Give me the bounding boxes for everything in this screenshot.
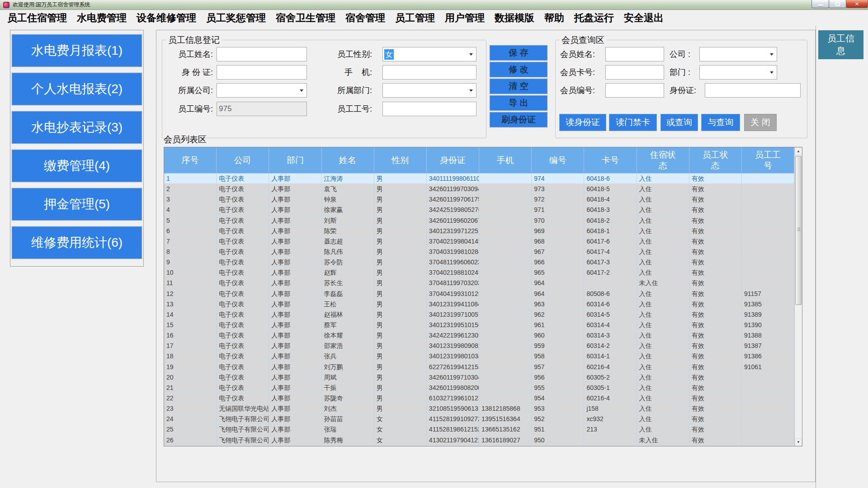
maximize-button[interactable] [829,0,846,8]
read-id-card-button[interactable]: 读身份证 [559,114,606,131]
table-row[interactable]: 19电子仪表人事部刘万鹏男6227261994121530...95760216… [164,362,794,372]
table-row[interactable]: 9电子仪表人事部苏令防男3704811996060238...96660417-… [164,257,794,267]
table-cell: 周斌 [322,372,374,382]
table-row[interactable]: 25飞翎电子有限公司人事部张瑞女4115281986121529...13665… [164,424,794,435]
table-cell: 91388 [742,330,794,340]
minimize-button[interactable] [811,0,829,8]
read-door-card-button[interactable]: 读门禁卡 [609,114,657,131]
column-header-10[interactable]: 住宿状 态 [637,147,689,174]
employee-info-button[interactable]: 员工信息 [818,30,863,59]
table-row[interactable]: 12电子仪表人事部李磊磊男3704041993101250...96480508… [164,289,794,299]
table-row[interactable]: 14电子仪表人事部赵福林男3401231997100572...96260314… [164,310,794,320]
table-row[interactable]: 20电子仪表人事部周斌男3426011997103040...95660305-… [164,372,794,383]
table-row[interactable]: 4电子仪表人事部徐家赢男3424251998052705...97160418-… [164,205,794,215]
member-name-input[interactable] [605,47,664,61]
table-row[interactable]: 8电子仪表人事部陈凡伟男3704031998102841...96760417-… [164,247,794,257]
column-header-2[interactable]: 公司 [217,147,269,174]
table-row[interactable]: 21电子仪表人事部干振男3426011998082002...95560305-… [164,383,794,393]
employee-company-select[interactable] [217,83,307,98]
table-cell: 电子仪表 [217,247,269,257]
table-cell: 男 [374,205,427,215]
sidebar-button-2[interactable]: 个人水电报表(2) [12,73,142,105]
table-row[interactable]: 24飞翎电子有限公司人事部孙苗苗女4115281991092729...1395… [164,414,794,424]
employee-gender-select[interactable]: 女 [382,47,476,61]
sidebar-button-3[interactable]: 水电抄表记录(3) [12,111,142,144]
table-cell: 入住 [637,267,689,277]
scrollbar-thumb[interactable] [795,156,802,305]
scan-id-card-button[interactable]: 刷身份证 [490,112,547,127]
employee-workno-input[interactable] [382,102,476,116]
column-header-11[interactable]: 员工状 态 [689,147,742,174]
employee-id-input[interactable] [217,65,307,80]
table-cell: 964 [532,278,584,288]
table-cell: 男 [374,330,427,340]
menu-item-5[interactable]: 宿舍卫生管理 [271,10,340,26]
table-row[interactable]: 5电子仪表人事部刘斯男3426011996020671...97060418-2… [164,216,794,226]
table-row[interactable]: 22电子仪表人事部苏陇奇男6103271996101234...95460216… [164,393,794,404]
employee-phone-input[interactable] [382,65,476,80]
menu-item-6[interactable]: 宿舍管理 [340,10,390,26]
table-row[interactable]: 26飞翎电子有限公司人事部陈秀梅女4130211979041219...1361… [164,435,794,446]
save-button[interactable]: 保 存 [490,45,547,61]
close-button[interactable]: ✕ [846,0,868,8]
sidebar-button-4[interactable]: 缴费管理(4) [12,150,142,182]
table-row[interactable]: 11电子仪表人事部苏长生男3704811997032038...964未入住有效 [164,278,794,288]
query-dept-select[interactable] [699,65,777,80]
employee-number-input[interactable] [217,102,307,116]
table-row[interactable]: 15电子仪表人事部蔡军男3401231995101562...96160314-… [164,320,794,330]
menu-item-3[interactable]: 设备维修管理 [132,10,201,26]
table-row[interactable]: 17电子仪表人事部邵家浩男3401231998090820...95960314… [164,341,794,351]
table-cell: xc932 [584,414,637,424]
table-cell: 11 [164,278,217,288]
table-row[interactable]: 1电子仪表人事部江海涛男3401111998061105...97460418-… [164,174,794,184]
table-row[interactable]: 23无锡国联华光电站...人事部刘杰男3210851959061318...13… [164,404,794,414]
query-id-input[interactable] [705,83,801,98]
column-header-7[interactable]: 手机 [479,147,532,174]
column-header-4[interactable]: 姓名 [322,147,374,174]
column-header-8[interactable]: 编号 [532,147,584,174]
table-row[interactable]: 13电子仪表人事部王松男3401231994110848...96360314-… [164,299,794,310]
employee-dept-select[interactable] [382,83,476,98]
column-header-9[interactable]: 卡号 [584,147,637,174]
menu-item-11[interactable]: 托盘运行 [569,10,619,26]
query-company-select[interactable] [699,47,777,61]
member-card-input[interactable] [605,65,664,80]
table-row[interactable]: 6电子仪表人事部陈荣男3401231997122516...96960418-1… [164,226,794,236]
and-query-button[interactable]: 与查询 [701,114,740,131]
clear-button[interactable]: 清 空 [490,79,547,94]
table-row[interactable]: 16电子仪表人事部徐本耀男3424221996123052...96060314… [164,330,794,341]
menu-item-1[interactable]: 员工住宿管理 [2,10,72,26]
sidebar-button-1[interactable]: 水电费月报表(1) [12,34,142,67]
scroll-up-button[interactable]: ▲ [795,147,802,155]
column-header-12[interactable]: 员工工 号 [742,147,794,174]
table-cell: 3401231997100572... [427,310,479,319]
table-row[interactable]: 7电子仪表人事部聂志超男3704021998041453...96860417-… [164,236,794,247]
vertical-scrollbar[interactable]: ▲ ▼ [794,147,802,446]
member-number-input[interactable] [605,83,664,98]
scroll-down-button[interactable]: ▼ [795,438,802,446]
employee-name-input[interactable] [217,47,307,61]
table-row[interactable]: 10电子仪表人事部赵辉男3704021988102453...96560417-… [164,267,794,278]
export-button[interactable]: 导 出 [490,95,547,111]
table-row[interactable]: 3电子仪表人事部钟泉男3426011997061753...97260418-4… [164,194,794,205]
table-row[interactable]: 18电子仪表人事部张兵男3401231998010348...95860314-… [164,351,794,361]
sidebar-button-5[interactable]: 押金管理(5) [12,188,142,221]
menu-item-8[interactable]: 用户管理 [440,10,490,26]
column-header-6[interactable]: 身份证 [427,147,479,174]
menu-item-2[interactable]: 水电费管理 [72,10,132,26]
column-header-1[interactable]: 序号 [164,147,217,174]
sidebar-button-6[interactable]: 维修费用统计(6) [12,226,142,259]
menu-item-12[interactable]: 安全退出 [619,10,669,26]
close-panel-button[interactable]: 关 闭 [744,114,777,131]
table-cell [742,414,794,424]
menu-item-9[interactable]: 数据模版 [490,10,539,26]
column-header-5[interactable]: 性别 [374,147,427,174]
modify-button[interactable]: 修 改 [490,62,547,77]
menu-item-4[interactable]: 员工奖惩管理 [201,10,271,26]
table-cell: 电子仪表 [217,289,269,299]
or-query-button[interactable]: 或查询 [660,114,698,131]
column-header-3[interactable]: 部门 [269,147,321,174]
menu-item-7[interactable]: 员工管理 [390,10,440,26]
menu-item-10[interactable]: 帮助 [539,10,569,26]
table-row[interactable]: 2电子仪表人事部袁飞男3426011997030946...97360418-5… [164,184,794,194]
